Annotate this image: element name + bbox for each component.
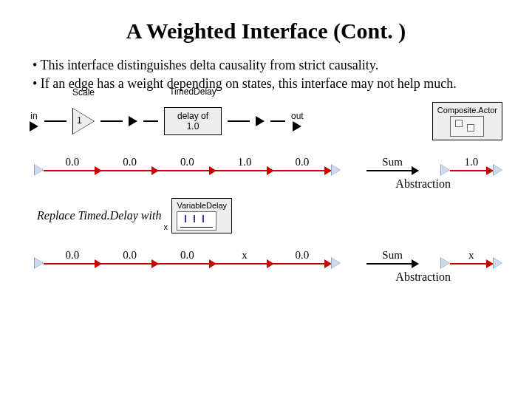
sum-arrow <box>366 170 418 171</box>
scale-block: 1 <box>72 108 95 134</box>
triangle-icon <box>72 108 95 134</box>
edge-arrow <box>450 170 493 171</box>
weights-row-1: 0.0 0.0 0.0 1.0 0.0 Sum 1.0 <box>34 151 502 176</box>
wire <box>44 120 66 122</box>
variable-delay-block: VariableDelay x <box>171 198 232 233</box>
start-triangle-icon <box>440 257 450 269</box>
weight-value: 1.0 <box>238 156 252 168</box>
edge-arrow <box>216 170 273 171</box>
x-label: x <box>163 222 168 231</box>
abstraction-label: Abstraction <box>30 270 451 284</box>
edge-arrow <box>158 263 216 265</box>
replace-row: Replace Timed.Delay with VariableDelay x <box>37 198 502 233</box>
weight-value: 0.0 <box>123 249 137 262</box>
edge-arrow <box>273 170 331 171</box>
sum-arrow <box>366 263 418 265</box>
sum-value: 1.0 <box>464 156 478 168</box>
weight-value: 0.0 <box>65 249 79 262</box>
weight-value: 0.0 <box>65 156 79 168</box>
sum-label: Sum <box>382 249 403 262</box>
weights-row-2: 0.0 0.0 0.0 x 0.0 Sum x <box>34 244 502 269</box>
arrow-icon <box>129 116 137 126</box>
scale-value: 1 <box>77 115 82 126</box>
edge-arrow <box>450 263 493 265</box>
in-port-icon <box>30 121 38 132</box>
composite-icon <box>450 116 484 137</box>
start-triangle-icon <box>34 257 44 269</box>
end-triangle-icon <box>331 164 341 176</box>
start-triangle-icon <box>34 164 44 176</box>
weight-value: 0.0 <box>295 156 309 168</box>
weight-value: 0.0 <box>123 156 137 168</box>
composite-actor-block: Composite.Actor <box>432 102 502 140</box>
end-triangle-icon <box>493 257 502 269</box>
edge-arrow <box>44 170 101 171</box>
delay-text: delay of <box>171 111 215 121</box>
delay-label: TimedDelay <box>169 86 216 97</box>
replace-text: Replace Timed.Delay with <box>37 209 161 222</box>
variable-delay-label: VariableDelay <box>177 201 227 210</box>
weight-value: 0.0 <box>295 249 309 262</box>
start-triangle-icon <box>440 164 450 176</box>
wire <box>228 120 250 122</box>
bullet-item: This interface distinguishes delta causa… <box>33 57 502 74</box>
wire <box>143 120 158 122</box>
scale-label: Scale <box>72 87 95 98</box>
sum-value: x <box>468 249 474 262</box>
composite-label: Composite.Actor <box>437 106 497 115</box>
delay-block: delay of 1.0 <box>164 107 222 135</box>
edge-arrow <box>216 263 273 265</box>
wire <box>270 120 285 122</box>
sum-label: Sum <box>382 156 403 168</box>
out-label: out <box>291 111 304 121</box>
in-label: in <box>30 111 37 121</box>
weight-value: x <box>242 249 248 262</box>
arrow-icon <box>256 116 265 126</box>
edge-arrow <box>158 170 216 171</box>
edge-arrow <box>101 263 159 265</box>
edge-arrow <box>273 263 331 265</box>
slide-title: A Weighted Interface (Cont. ) <box>30 18 502 44</box>
block-diagram: in Scale 1 TimedDelay delay of 1.0 out C… <box>30 102 502 140</box>
edge-arrow <box>101 170 159 171</box>
bullet-item: If an edge has a weight depending on sta… <box>33 75 502 92</box>
weight-value: 0.0 <box>180 156 194 168</box>
wire <box>100 120 123 122</box>
weight-value: 0.0 <box>180 249 194 262</box>
delay-value: 1.0 <box>171 121 215 132</box>
end-triangle-icon <box>331 257 341 269</box>
bullet-list: This interface distinguishes delta causa… <box>33 57 502 92</box>
edge-arrow <box>44 263 101 265</box>
out-port-icon <box>293 121 301 132</box>
end-triangle-icon <box>493 164 502 176</box>
abstraction-label: Abstraction <box>30 177 451 191</box>
variable-delay-icon <box>177 211 216 231</box>
